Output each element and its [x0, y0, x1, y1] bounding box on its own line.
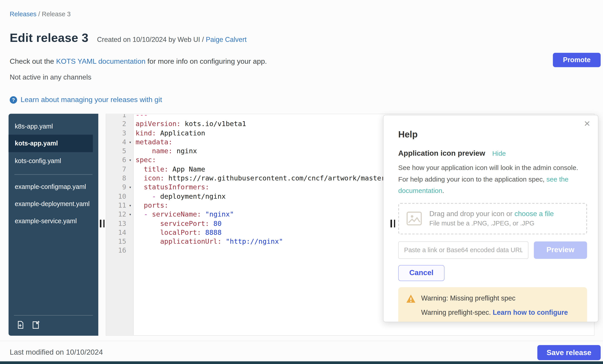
kots-yaml-doc-link[interactable]: KOTS YAML documentation [56, 57, 145, 65]
line-number: 8 [122, 174, 127, 183]
code-token: App Name [168, 165, 205, 173]
code-text[interactable]: applicationUrl: "http://nginx" [133, 237, 283, 246]
code-text[interactable]: kind: Application [133, 129, 205, 138]
fold-arrow-icon[interactable] [127, 237, 133, 246]
close-icon[interactable]: × [584, 118, 590, 129]
sidebar-file-item[interactable]: example-service.yaml [9, 212, 98, 230]
fold-arrow-icon[interactable] [127, 192, 133, 201]
icon-link-row: Preview [398, 241, 587, 259]
cancel-button[interactable]: Cancel [398, 265, 444, 281]
code-token [201, 210, 205, 218]
code-text[interactable]: spec: [133, 156, 156, 165]
code-token [136, 238, 160, 245]
sidebar-spacer [9, 230, 98, 315]
code-token [136, 229, 160, 236]
code-text[interactable] [133, 246, 136, 255]
help-circle-icon[interactable]: ? [10, 96, 17, 103]
add-file-icon[interactable] [16, 320, 25, 330]
icon-preview-description: See how your application icon will look … [398, 162, 582, 197]
code-token: apiVersion: [136, 120, 181, 128]
code-token: localPort: [160, 229, 201, 236]
code-text[interactable]: icon: https://raw.githubusercontent.com/… [133, 174, 390, 183]
sidebar-file-item[interactable]: kots-app.yaml [9, 135, 93, 152]
line-number: 13 [118, 219, 127, 228]
doc-text-before: Check out the [10, 57, 56, 65]
icon-dropzone[interactable]: Drag and drop your icon or choose a file… [398, 203, 587, 234]
fold-arrow-icon[interactable] [127, 114, 133, 120]
line-number: 9 [122, 183, 127, 192]
fold-arrow-icon[interactable]: ▾ [127, 201, 133, 210]
fold-arrow-icon[interactable] [127, 246, 133, 255]
code-text[interactable]: servicePort: 80 [133, 219, 222, 228]
code-token: serviceName: [152, 210, 201, 218]
choose-file-link[interactable]: choose a file [514, 210, 554, 218]
code-text[interactable]: metadata: [133, 138, 173, 147]
sidebar-file-item[interactable]: k8s-app.yaml [9, 118, 98, 135]
breadcrumb-releases-link[interactable]: Releases [10, 11, 36, 17]
fold-arrow-icon[interactable] [127, 219, 133, 228]
fold-arrow-icon[interactable]: ▾ [127, 156, 133, 165]
icon-url-input[interactable] [398, 241, 528, 259]
code-token [136, 183, 144, 191]
warning-title: Warning: Missing preflight spec [421, 294, 568, 302]
line-number: 6 [122, 156, 127, 165]
sidebar-file-item[interactable]: kots-config.yaml [9, 152, 98, 169]
help-panel-resize-handle[interactable] [391, 220, 395, 227]
fold-arrow-icon[interactable]: ▾ [127, 210, 133, 219]
code-text[interactable]: name: nginx [133, 147, 197, 156]
code-token: - [152, 192, 160, 200]
promote-button[interactable]: Promote [553, 53, 601, 67]
gutter-cell: 4 ▾ [106, 138, 133, 147]
fold-arrow-icon[interactable] [127, 120, 133, 129]
sidebar-file-item[interactable]: example-configmap.yaml [9, 178, 98, 195]
code-text[interactable]: --- [133, 114, 148, 120]
git-help-row: ? Learn about managing your releases wit… [10, 96, 162, 104]
dropzone-text-block: Drag and drop your icon or choose a file… [429, 210, 554, 227]
save-release-button[interactable]: Save release [537, 345, 601, 360]
code-token [136, 201, 144, 209]
breadcrumb-current: Release 3 [42, 11, 70, 17]
learn-configure-link[interactable]: Learn how to configure [493, 308, 568, 316]
warning-detail: Warning preflight-spec. Learn how to con… [421, 308, 568, 317]
code-text[interactable]: - deployment/nginx [133, 192, 226, 201]
code-text[interactable]: - serviceName: "nginx" [133, 210, 234, 219]
fold-arrow-icon[interactable] [127, 147, 133, 156]
fold-arrow-icon[interactable]: ▾ [127, 138, 133, 147]
code-token [136, 147, 152, 155]
sidebar-resize-handle[interactable] [100, 220, 104, 227]
fold-arrow-icon[interactable] [127, 129, 133, 138]
code-text[interactable]: title: App Name [133, 165, 205, 174]
sidebar-file-item[interactable]: example-deployment.yaml [9, 195, 98, 212]
code-text[interactable]: localPort: 8888 [133, 228, 222, 237]
sidebar-divider [14, 174, 92, 175]
code-text[interactable]: ports: [133, 201, 168, 210]
fold-arrow-icon[interactable] [127, 165, 133, 174]
preview-button[interactable]: Preview [534, 241, 587, 259]
code-text[interactable]: apiVersion: kots.io/v1beta1 [133, 120, 246, 129]
edit-release-page: Releases / Release 3 Edit release 3 Crea… [0, 0, 603, 364]
git-releases-link[interactable]: Learn about managing your releases with … [21, 96, 162, 104]
code-token [136, 220, 160, 227]
fold-arrow-icon[interactable] [127, 174, 133, 183]
file-name: kots-config.yaml [15, 157, 61, 164]
gutter-cell: 8 [106, 174, 133, 183]
created-info: Created on 10/10/2024 by Web UI / Paige … [97, 36, 247, 44]
line-number: 2 [122, 120, 127, 129]
file-name: example-service.yaml [15, 217, 77, 224]
help-title: Help [398, 129, 587, 140]
fold-arrow-icon[interactable]: ▾ [127, 183, 133, 192]
hide-link[interactable]: Hide [492, 150, 506, 158]
line-number: 10 [118, 192, 127, 201]
breadcrumb-separator: / [36, 11, 42, 17]
code-token: statusInformers: [144, 183, 209, 191]
gutter-cell: 16 [106, 246, 133, 255]
bottom-strip [0, 361, 603, 364]
code-token: --- [136, 114, 148, 119]
line-number: 4 [122, 138, 127, 147]
code-text[interactable]: statusInformers: [133, 183, 209, 192]
fold-arrow-icon[interactable] [127, 228, 133, 237]
line-number: 15 [118, 237, 127, 246]
author-link[interactable]: Paige Calvert [206, 36, 247, 44]
import-file-icon[interactable] [31, 320, 40, 330]
warning-text-block: Warning: Missing preflight spec Warning … [421, 294, 568, 317]
